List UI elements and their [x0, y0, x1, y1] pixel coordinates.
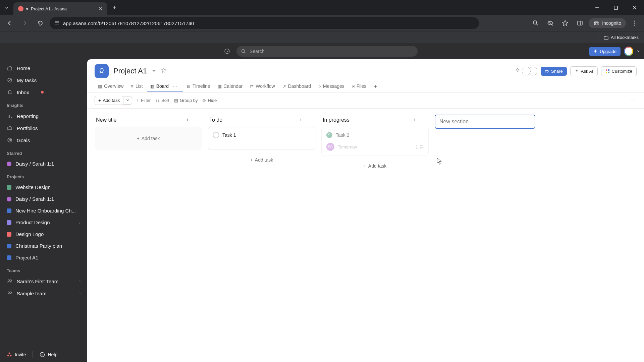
tab-timeline[interactable]: ⊟Timeline [183, 81, 213, 92]
complete-task-checkbox[interactable] [326, 132, 332, 138]
incognito-indicator[interactable]: Incognito [589, 18, 626, 28]
sidebar-item-team[interactable]: Sarah's First Team › [0, 275, 87, 287]
add-task-in-column[interactable]: + Add task [99, 132, 197, 145]
ai-sparkle-button[interactable] [515, 67, 521, 75]
more-options-button[interactable]: ⋯ [630, 97, 637, 104]
search-input[interactable]: Search [236, 46, 418, 57]
chevron-down-icon[interactable] [637, 50, 640, 53]
all-bookmarks-button[interactable]: All Bookmarks [603, 35, 639, 40]
sidebar-item-reporting[interactable]: Reporting [0, 110, 87, 122]
forward-button[interactable] [19, 17, 31, 29]
assignee-avatar[interactable]: SC [326, 143, 334, 151]
filter-button[interactable]: ⫶Filter [137, 98, 151, 103]
sort-button[interactable]: ↑↓Sort [155, 98, 169, 103]
group-by-button[interactable]: ▤Group by [174, 98, 198, 103]
add-task-button[interactable]: + Add task [95, 96, 123, 105]
sidebar-item-home[interactable]: Home [0, 62, 87, 74]
add-task-in-column[interactable]: + Add task [208, 153, 315, 167]
search-page-button[interactable] [530, 17, 542, 29]
task-card[interactable]: Task 2 SC Tomorrow 1 [321, 127, 429, 156]
tab-search-dropdown[interactable] [0, 1, 13, 14]
empty-card-placeholder[interactable]: + Add task [95, 127, 202, 150]
maximize-button[interactable] [606, 1, 625, 14]
favorite-button[interactable] [161, 68, 166, 74]
sidebar-item-my-tasks[interactable]: My tasks [0, 74, 87, 86]
task-card[interactable]: Task 1 [208, 127, 315, 150]
sidebar-item-starred-project[interactable]: Daisy / Sarah 1:1 [0, 158, 87, 170]
project-members[interactable] [524, 67, 537, 75]
sidebar-item-project[interactable]: Design Logo [0, 228, 87, 240]
column-title[interactable]: New title [96, 117, 183, 123]
svg-rect-7 [57, 24, 59, 24]
column-title[interactable]: In progress [323, 117, 410, 123]
complete-task-checkbox[interactable] [213, 132, 219, 138]
browser-tab[interactable]: Project A1 - Asana ✕ [13, 2, 107, 15]
sidebar-item-project[interactable]: Daisy / Sarah 1:1 [0, 193, 87, 205]
invite-button[interactable]: Invite [7, 352, 26, 357]
close-window-button[interactable] [625, 1, 644, 14]
add-card-button[interactable]: + [410, 117, 419, 123]
tab-label: Calendar [224, 83, 243, 89]
sidebar-item-project[interactable]: Website Design [0, 181, 87, 193]
sidebar-item-inbox[interactable]: Inbox [0, 86, 87, 98]
tab-calendar[interactable]: ▦Calendar [214, 81, 246, 92]
bookmark-button[interactable] [559, 17, 571, 29]
project-title[interactable]: Project A1 [113, 67, 147, 75]
sidebar-item-project[interactable]: New Hire Onboarding Ch... [0, 205, 87, 217]
customize-button[interactable]: Customize [601, 66, 637, 76]
sidebar-section-teams: Teams [0, 263, 87, 275]
add-task-dropdown-button[interactable] [123, 97, 132, 105]
reload-button[interactable] [34, 17, 46, 29]
close-tab-button[interactable]: ✕ [99, 6, 103, 11]
toolbar-label: Hide [208, 98, 217, 103]
new-section-input[interactable] [435, 115, 535, 129]
column-menu-button[interactable]: ⋯ [305, 117, 314, 123]
tab-overview[interactable]: ▦Overview [95, 81, 127, 92]
sidebar-item-project-folder[interactable]: Product Design › [0, 217, 87, 228]
svg-line-9 [536, 24, 538, 25]
tab-workflow[interactable]: ⇄Workflow [247, 81, 278, 92]
column-title[interactable]: To do [209, 117, 297, 123]
minimize-button[interactable] [588, 1, 606, 14]
ask-ai-button[interactable]: Ask AI [570, 66, 598, 76]
help-button[interactable]: ? Help [40, 352, 57, 357]
sidebar-item-team[interactable]: Sample team › [0, 287, 87, 299]
comment-count[interactable]: 1 [416, 144, 424, 149]
browser-menu-button[interactable] [629, 17, 641, 29]
sidebar-item-label: Inbox [17, 89, 29, 95]
tab-dashboard[interactable]: ↗Dashboard [279, 81, 315, 92]
sidebar-item-project[interactable]: Christmas Party plan [0, 240, 87, 252]
add-card-button[interactable]: + [183, 117, 192, 123]
tab-list[interactable]: ≡List [127, 81, 146, 92]
sidebar-item-goals[interactable]: Goals [0, 134, 87, 146]
new-tab-button[interactable]: + [107, 4, 122, 11]
sidebar-item-portfolios[interactable]: Portfolios [0, 122, 87, 134]
tab-options-button[interactable]: ⋯ [171, 83, 179, 89]
tab-files[interactable]: ⎘Files [348, 81, 370, 92]
profile-avatar-button[interactable] [624, 47, 633, 56]
add-tab-button[interactable]: + [370, 83, 380, 89]
board-column: To do + ⋯ Task 1 + Add task [208, 115, 315, 356]
project-menu-button[interactable] [152, 68, 156, 74]
add-card-button[interactable]: + [297, 117, 305, 123]
column-menu-button[interactable]: ⋯ [192, 117, 201, 123]
share-button[interactable]: Share [541, 67, 567, 76]
column-menu-button[interactable]: ⋯ [419, 117, 427, 123]
svg-point-8 [533, 21, 537, 24]
sidebar-item-project[interactable]: Project A1 [0, 252, 87, 263]
tracking-blocked-button[interactable] [544, 17, 556, 29]
upgrade-button[interactable]: Upgrade [589, 47, 621, 56]
site-settings-icon[interactable] [54, 20, 60, 26]
side-panel-button[interactable] [574, 17, 586, 29]
messages-icon: ○ [318, 84, 321, 89]
back-button[interactable] [3, 17, 15, 29]
hide-button[interactable]: ⊘Hide [202, 98, 217, 103]
project-icon[interactable] [95, 64, 109, 78]
history-button[interactable] [222, 46, 232, 57]
hide-icon: ⊘ [202, 98, 206, 103]
add-task-in-column[interactable]: + Add task [321, 159, 429, 173]
tab-label: Workflow [256, 83, 275, 89]
tab-messages[interactable]: ○Messages [315, 81, 348, 92]
address-bar[interactable]: app.asana.com/0/1206178107812732/1206178… [50, 17, 479, 29]
tab-board[interactable]: ▥Board⋯ [147, 81, 183, 92]
